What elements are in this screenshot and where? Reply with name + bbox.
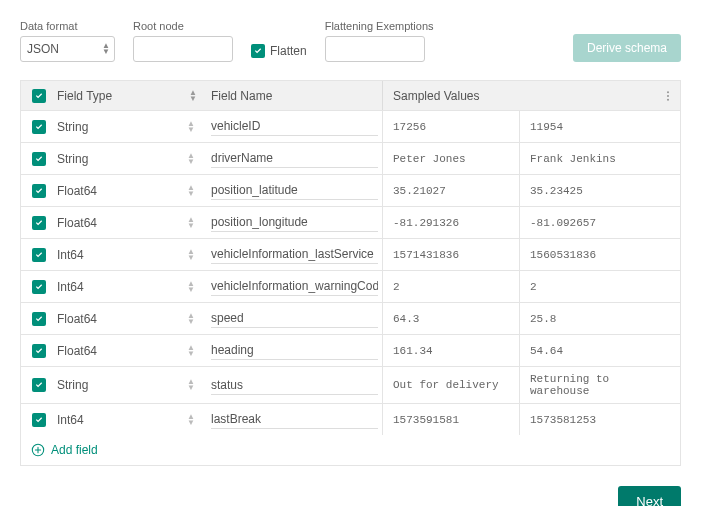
sample-value-2: Returning to warehouse	[530, 373, 646, 397]
row-checkbox[interactable]	[32, 120, 46, 134]
chevron-updown-icon[interactable]: ▲▼	[187, 345, 195, 357]
row-checkbox[interactable]	[32, 152, 46, 166]
data-format-label: Data format	[20, 20, 115, 32]
chevron-updown-icon[interactable]: ▲▼	[187, 414, 195, 426]
chevron-updown-icon[interactable]: ▲▼	[187, 281, 195, 293]
sample-value-2: 1560531836	[530, 249, 596, 261]
chevron-updown-icon[interactable]: ▲▼	[187, 217, 195, 229]
sample-value-2: Frank Jenkins	[530, 153, 616, 165]
field-type[interactable]: String	[57, 378, 187, 392]
chevron-updown-icon[interactable]: ▲▼	[187, 379, 195, 391]
header-field-type: Field Type	[57, 89, 112, 103]
row-checkbox[interactable]	[32, 413, 46, 427]
chevron-updown-icon[interactable]: ▲▼	[187, 249, 195, 261]
field-name-input[interactable]	[211, 309, 378, 328]
data-format-group: Data format JSON ▲▼	[20, 20, 115, 62]
sample-value-1: -81.291326	[393, 217, 459, 229]
flatten-exemptions-input[interactable]	[325, 36, 425, 62]
sample-value-1: 2	[393, 281, 400, 293]
field-name-input[interactable]	[211, 341, 378, 360]
sample-value-1: 1571431836	[393, 249, 459, 261]
footer: Next	[20, 486, 681, 506]
root-node-label: Root node	[133, 20, 233, 32]
sample-value-1: 17256	[393, 121, 426, 133]
table-row: Float64▲▼-81.291326-81.092657	[21, 207, 680, 239]
sample-value-2: 35.23425	[530, 185, 583, 197]
row-checkbox[interactable]	[32, 280, 46, 294]
field-type[interactable]: Int64	[57, 413, 187, 427]
field-name-input[interactable]	[211, 245, 378, 264]
chevron-updown-icon[interactable]: ▲▼	[187, 153, 195, 165]
header-sampled-values: Sampled Values	[393, 89, 480, 103]
field-type[interactable]: Int64	[57, 280, 187, 294]
flatten-label: Flatten	[270, 44, 307, 58]
field-name-input[interactable]	[211, 410, 378, 429]
row-checkbox[interactable]	[32, 344, 46, 358]
field-type[interactable]: Float64	[57, 312, 187, 326]
flatten-exemptions-group: Flattening Exemptions	[325, 20, 434, 62]
row-checkbox[interactable]	[32, 378, 46, 392]
flatten-exemptions-label: Flattening Exemptions	[325, 20, 434, 32]
chevron-updown-icon[interactable]: ▲▼	[187, 313, 195, 325]
table-row: Int64▲▼15714318361560531836	[21, 239, 680, 271]
add-field-label: Add field	[51, 443, 98, 457]
field-name-input[interactable]	[211, 376, 378, 395]
field-type[interactable]: Float64	[57, 184, 187, 198]
field-name-input[interactable]	[211, 181, 378, 200]
root-node-input[interactable]	[133, 36, 233, 62]
flatten-group: Flatten	[251, 44, 307, 62]
field-type[interactable]: Float64	[57, 216, 187, 230]
field-type[interactable]: Float64	[57, 344, 187, 358]
sample-value-1: 35.21027	[393, 185, 446, 197]
schema-table: Field Type▲▼ Field Name Sampled Values S…	[20, 80, 681, 466]
field-name-input[interactable]	[211, 277, 378, 296]
sort-icon[interactable]: ▲▼	[189, 90, 197, 102]
table-row: String▲▼1725611954	[21, 111, 680, 143]
more-icon[interactable]	[662, 90, 674, 102]
top-controls: Data format JSON ▲▼ Root node Flatten Fl…	[20, 20, 681, 62]
sample-value-1: Out for delivery	[393, 379, 499, 391]
svg-point-0	[667, 91, 669, 93]
sample-value-1: 64.3	[393, 313, 419, 325]
row-checkbox[interactable]	[32, 184, 46, 198]
sample-value-2: -81.092657	[530, 217, 596, 229]
row-checkbox[interactable]	[32, 312, 46, 326]
flatten-checkbox[interactable]	[251, 44, 265, 58]
sample-value-1: Peter Jones	[393, 153, 466, 165]
table-row: String▲▼Out for deliveryReturning to war…	[21, 367, 680, 404]
svg-point-2	[667, 98, 669, 100]
field-name-input[interactable]	[211, 117, 378, 136]
field-name-input[interactable]	[211, 213, 378, 232]
sample-value-2: 11954	[530, 121, 563, 133]
table-row: Float64▲▼161.3454.64	[21, 335, 680, 367]
field-type[interactable]: String	[57, 120, 187, 134]
table-row: Float64▲▼35.2102735.23425	[21, 175, 680, 207]
table-row: Float64▲▼64.325.8	[21, 303, 680, 335]
row-checkbox[interactable]	[32, 248, 46, 262]
table-row: Int64▲▼15735915811573581253	[21, 404, 680, 435]
add-icon	[31, 443, 45, 457]
field-type[interactable]: Int64	[57, 248, 187, 262]
sample-value-1: 161.34	[393, 345, 433, 357]
sample-value-2: 1573581253	[530, 414, 596, 426]
add-field-row[interactable]: Add field	[21, 435, 680, 465]
header-field-name: Field Name	[211, 89, 272, 103]
sample-value-2: 2	[530, 281, 537, 293]
data-format-select-wrap[interactable]: JSON ▲▼	[20, 36, 115, 62]
root-node-group: Root node	[133, 20, 233, 62]
sample-value-2: 25.8	[530, 313, 556, 325]
chevron-updown-icon[interactable]: ▲▼	[187, 121, 195, 133]
sample-value-1: 1573591581	[393, 414, 459, 426]
next-button[interactable]: Next	[618, 486, 681, 506]
data-format-select[interactable]: JSON	[20, 36, 115, 62]
sample-value-2: 54.64	[530, 345, 563, 357]
row-checkbox[interactable]	[32, 216, 46, 230]
field-type[interactable]: String	[57, 152, 187, 166]
derive-schema-button[interactable]: Derive schema	[573, 34, 681, 62]
table-row: Int64▲▼22	[21, 271, 680, 303]
field-name-input[interactable]	[211, 149, 378, 168]
chevron-updown-icon[interactable]: ▲▼	[187, 185, 195, 197]
svg-point-1	[667, 94, 669, 96]
table-row: String▲▼Peter JonesFrank Jenkins	[21, 143, 680, 175]
select-all-checkbox[interactable]	[32, 89, 46, 103]
